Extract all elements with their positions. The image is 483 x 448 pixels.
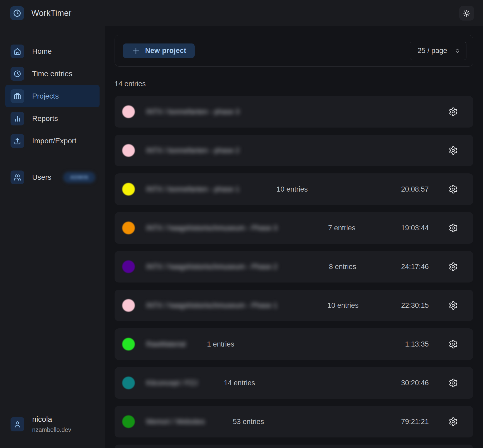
sidebar-item-time-entries[interactable]: Time entries xyxy=(5,62,100,85)
gear-icon xyxy=(448,107,458,116)
gear-icon xyxy=(448,378,458,388)
project-row[interactable] xyxy=(115,445,473,448)
app-title: WorkTimer xyxy=(31,8,72,18)
sidebar-item-users[interactable]: Users ADMIN xyxy=(5,166,100,188)
main-content: New project 25 / page 14 entries INTX / … xyxy=(105,26,483,448)
user-icon xyxy=(11,417,24,431)
bar-chart-icon xyxy=(11,112,24,125)
sidebar-item-reports[interactable]: Reports xyxy=(5,107,100,130)
project-settings-button[interactable] xyxy=(448,262,458,271)
sidebar-item-label: Projects xyxy=(32,92,59,100)
project-settings-button[interactable] xyxy=(448,184,458,194)
sidebar-item-home[interactable]: Home xyxy=(5,40,100,62)
theme-toggle-button[interactable] xyxy=(459,6,474,21)
briefcase-icon xyxy=(11,89,24,103)
project-entries-count: 10 entries xyxy=(327,301,359,310)
project-total-time: 30:20:46 xyxy=(401,379,429,387)
project-color-dot xyxy=(122,260,135,273)
users-icon xyxy=(11,171,24,184)
project-row[interactable]: INTX / bonnefanten - phase 2 xyxy=(115,135,473,166)
sidebar-nav: HomeTime entriesProjectsReportsImport/Ex… xyxy=(0,40,105,152)
project-name: INTX / bonnefanten - phase 1 xyxy=(146,185,265,193)
admin-badge: ADMIN xyxy=(63,172,95,183)
gear-icon xyxy=(448,146,458,155)
sidebar-divider xyxy=(5,159,101,159)
clock-logo-icon xyxy=(13,9,21,17)
gear-icon xyxy=(448,301,458,310)
project-entries-count: 8 entries xyxy=(329,263,356,271)
clock-icon xyxy=(11,67,24,81)
sidebar: HomeTime entriesProjectsReportsImport/Ex… xyxy=(0,26,105,448)
sidebar-item-label: Reports xyxy=(32,114,58,123)
gear-icon xyxy=(448,417,458,426)
project-settings-button[interactable] xyxy=(448,107,458,116)
project-row[interactable]: INTX / haagshistorischmuseum - Phase 2 8… xyxy=(115,251,473,283)
project-name: Memori / Websites xyxy=(146,418,221,426)
project-name: INTX / bonnefanten - phase 3 xyxy=(146,108,267,116)
project-total-time: 20:08:57 xyxy=(401,185,429,193)
sidebar-item-label: Users xyxy=(32,173,51,182)
project-settings-button[interactable] xyxy=(448,301,458,310)
project-entries-count: 7 entries xyxy=(328,224,356,232)
chevron-up-down-icon xyxy=(454,47,461,54)
gear-icon xyxy=(448,184,458,194)
project-list: INTX / bonnefanten - phase 3 INTX / bonn… xyxy=(115,96,473,448)
sidebar-item-label: Time entries xyxy=(32,70,72,78)
gear-icon xyxy=(448,262,458,271)
project-settings-button[interactable] xyxy=(448,378,458,388)
plus-icon xyxy=(131,46,140,55)
project-name: INTX / haagshistorischmuseum - Phase 2 xyxy=(146,263,317,271)
entries-count-label: 14 entries xyxy=(115,80,473,88)
project-color-dot xyxy=(122,144,135,157)
sidebar-item-import-export[interactable]: Import/Export xyxy=(5,130,100,152)
sun-icon xyxy=(463,9,471,17)
sidebar-item-projects[interactable]: Projects xyxy=(5,85,100,107)
user-profile[interactable]: nicola nzambello.dev xyxy=(0,415,105,434)
sidebar-item-label: Import/Export xyxy=(32,137,76,145)
project-color-dot xyxy=(122,183,135,196)
project-name: INTX / haagshistorischmuseum - Phase 1 xyxy=(146,301,316,310)
project-entries-count: 14 entries xyxy=(224,379,255,387)
project-name: Kitconcept / FZJ xyxy=(146,379,212,387)
project-total-time: 22:30:15 xyxy=(401,301,429,310)
project-row[interactable]: Memori / Websites 53 entries 79:21:21 xyxy=(115,406,473,437)
upload-icon xyxy=(11,134,24,148)
home-icon xyxy=(11,45,24,58)
project-entries-count: 53 entries xyxy=(233,418,264,426)
app-header: WorkTimer xyxy=(0,0,483,26)
app-logo xyxy=(10,6,24,20)
project-total-time: 19:03:44 xyxy=(401,224,429,232)
project-name: INTX / haagshistorischmuseum - Phase 3 xyxy=(146,224,316,232)
project-color-dot xyxy=(122,338,135,350)
page-size-select[interactable]: 25 / page xyxy=(410,42,466,60)
profile-domain: nzambello.dev xyxy=(32,426,71,434)
gear-icon xyxy=(448,339,458,349)
new-project-label: New project xyxy=(145,47,186,55)
project-row[interactable]: INTX / bonnefanten - phase 1 10 entries … xyxy=(115,173,473,205)
project-total-time: 79:21:21 xyxy=(401,418,429,426)
project-settings-button[interactable] xyxy=(448,417,458,426)
project-row[interactable]: INTX / haagshistorischmuseum - Phase 3 7… xyxy=(115,212,473,244)
project-total-time: 1:13:35 xyxy=(405,340,429,348)
projects-toolbar: New project 25 / page xyxy=(115,35,473,67)
project-entries-count: 10 entries xyxy=(277,185,308,193)
profile-texts: nicola nzambello.dev xyxy=(32,415,71,434)
new-project-button[interactable]: New project xyxy=(123,43,195,58)
project-row[interactable]: INTX / haagshistorischmuseum - Phase 1 1… xyxy=(115,290,473,321)
project-name: INTX / bonnefanten - phase 2 xyxy=(146,147,267,155)
project-row[interactable]: Kitconcept / FZJ 14 entries 30:20:46 xyxy=(115,367,473,399)
project-entries-count: 1 entries xyxy=(207,340,234,348)
project-color-dot xyxy=(122,222,135,234)
project-row[interactable]: RawMaterial 1 entries 1:13:35 xyxy=(115,328,473,360)
project-settings-button[interactable] xyxy=(448,339,458,349)
sidebar-spacer xyxy=(0,188,105,415)
project-color-dot xyxy=(122,299,135,312)
project-settings-button[interactable] xyxy=(448,223,458,233)
project-color-dot xyxy=(122,105,135,118)
project-row[interactable]: INTX / bonnefanten - phase 3 xyxy=(115,96,473,128)
sidebar-item-label: Home xyxy=(32,47,52,56)
project-name: RawMaterial xyxy=(146,340,195,348)
page-size-value: 25 / page xyxy=(417,47,447,55)
project-settings-button[interactable] xyxy=(448,146,458,155)
gear-icon xyxy=(448,223,458,233)
